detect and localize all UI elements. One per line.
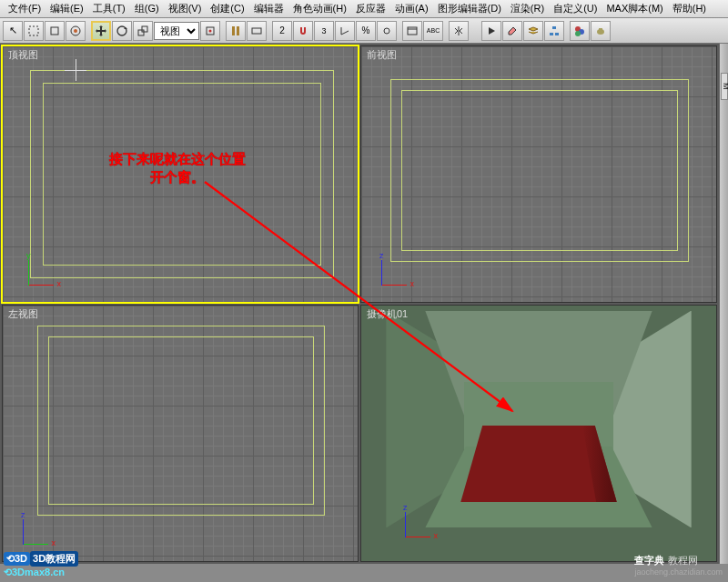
select-circular-button[interactable] (66, 21, 86, 41)
axis-gizmo (21, 256, 57, 293)
material-icon (573, 25, 586, 37)
svg-rect-9 (232, 26, 235, 35)
command-panel-tab[interactable]: M (721, 73, 728, 100)
spinner-icon (380, 25, 393, 37)
play-icon (485, 25, 498, 37)
svg-rect-13 (408, 27, 417, 35)
menu-reactor[interactable]: 反应器 (351, 1, 390, 16)
manipulate-button[interactable] (226, 21, 246, 41)
rotate-button[interactable] (112, 21, 132, 41)
named-selection-button[interactable] (402, 21, 422, 41)
pivot-button[interactable] (200, 21, 220, 41)
axis-gizmo (398, 508, 434, 545)
menu-animation[interactable]: 动画(A) (390, 1, 433, 16)
manipulate-icon (229, 25, 242, 37)
layers-button[interactable] (502, 21, 522, 41)
erase-icon (506, 25, 519, 37)
cursor-icon: ↖ (9, 25, 17, 36)
geometry-inner (401, 90, 678, 251)
align-button[interactable] (481, 21, 501, 41)
geometry-inner (48, 336, 314, 505)
select-region-button[interactable] (24, 21, 44, 41)
scale-icon (136, 25, 149, 37)
abc-button[interactable]: ABC (423, 21, 443, 41)
menu-help[interactable]: 帮助(H) (668, 1, 711, 16)
scale-button[interactable] (133, 21, 153, 41)
annotation-text: 接下来呢就在这个位置 开个窗。 (109, 150, 246, 186)
svg-point-8 (209, 29, 212, 32)
menu-render[interactable]: 渲染(R) (506, 1, 549, 16)
watermark-right: 查字典 教程网 jaocheng.chazidian.com (634, 554, 723, 577)
viewport-label-top: 顶视图 (8, 48, 38, 62)
menu-character[interactable]: 角色动画(H) (288, 1, 351, 16)
snap-3-button[interactable]: 3 (314, 21, 334, 41)
svg-rect-16 (550, 33, 553, 35)
select-window-button[interactable] (45, 21, 65, 41)
viewport-left[interactable]: 左视图 (2, 305, 359, 562)
watermark-left: ⟲3D3D教程网 ⟲3Dmax8.cn (4, 551, 78, 578)
layers-icon (527, 25, 540, 37)
menu-group[interactable]: 组(G) (130, 1, 164, 16)
svg-point-3 (74, 29, 77, 33)
window-select-icon (48, 25, 61, 37)
viewport-front[interactable]: 前视图 (360, 45, 717, 303)
menu-file[interactable]: 文件(F) (4, 1, 46, 16)
svg-rect-0 (29, 26, 38, 35)
select-object-button[interactable]: ↖ (3, 21, 23, 41)
svg-rect-22 (599, 28, 602, 30)
teapot-icon (594, 25, 607, 37)
move-icon (95, 25, 107, 37)
menu-edit[interactable]: 编辑(E) (46, 1, 88, 16)
menu-create[interactable]: 创建(C) (206, 1, 248, 16)
svg-rect-17 (555, 33, 559, 35)
percent-icon: % (362, 25, 370, 35)
named-icon (406, 25, 419, 37)
rotate-icon (116, 25, 128, 37)
move-button[interactable] (91, 21, 111, 41)
menu-customize[interactable]: 自定义(U) (549, 1, 602, 16)
render-scene-button[interactable] (591, 21, 611, 41)
svg-point-20 (575, 31, 581, 36)
rect-select-icon (27, 25, 40, 37)
svg-rect-10 (237, 26, 239, 35)
viewport-container: 顶视图 前视图 左视图 摄像机01 (0, 44, 719, 564)
command-panel[interactable] (719, 44, 728, 564)
schematic-view-button[interactable] (544, 21, 564, 41)
keyboard-shortcut-button[interactable] (247, 21, 267, 41)
abc-icon: ABC (427, 27, 440, 34)
percent-snap-button[interactable]: % (356, 21, 376, 41)
magnet-icon (297, 25, 309, 37)
menu-view[interactable]: 视图(V) (164, 1, 207, 16)
snap2-icon: 2 (279, 25, 285, 35)
menu-bar: 文件(F) 编辑(E) 工具(T) 组(G) 视图(V) 创建(C) 编辑器 角… (0, 0, 728, 18)
coord-system-dropdown[interactable]: 视图 (154, 22, 199, 40)
svg-rect-1 (51, 27, 58, 35)
viewport-camera[interactable]: 摄像机01 (360, 305, 717, 562)
svg-rect-11 (252, 28, 261, 34)
svg-point-12 (384, 28, 389, 34)
svg-rect-5 (138, 30, 144, 35)
menu-graph[interactable]: 图形编辑器(D) (433, 1, 506, 16)
pivot-icon (204, 25, 217, 37)
angle-button[interactable] (335, 21, 355, 41)
axis-gizmo (374, 256, 410, 293)
spinner-snap-button[interactable] (377, 21, 397, 41)
curve-editor-button[interactable] (523, 21, 543, 41)
mirror-icon (452, 25, 465, 37)
schematic-icon (548, 25, 561, 37)
keyboard-icon (250, 25, 263, 37)
mirror-button[interactable] (449, 21, 469, 41)
snap3-icon: 3 (321, 26, 326, 35)
menu-editors[interactable]: 编辑器 (249, 1, 288, 16)
material-editor-button[interactable] (570, 21, 590, 41)
circle-select-icon (69, 25, 82, 37)
snap-toggle-button[interactable]: 2 (272, 21, 292, 41)
menu-maxscript[interactable]: MAX脚本(M) (602, 1, 667, 16)
viewport-label-front: 前视图 (367, 48, 397, 62)
angle-icon (339, 25, 351, 37)
svg-rect-15 (552, 26, 556, 29)
menu-tools[interactable]: 工具(T) (88, 1, 130, 16)
angle-snap-button[interactable] (293, 21, 313, 41)
svg-rect-6 (142, 26, 147, 32)
main-toolbar: ↖ 视图 2 3 % ABC (0, 18, 728, 44)
